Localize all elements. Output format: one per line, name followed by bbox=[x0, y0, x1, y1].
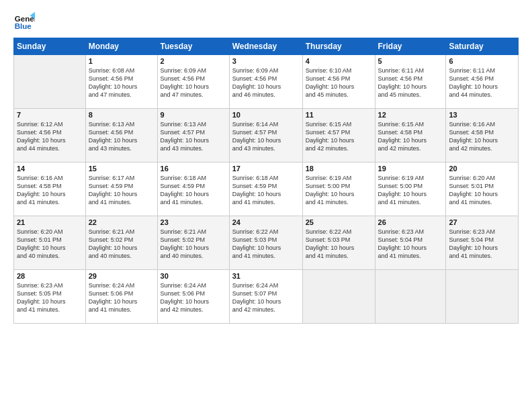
day-info: Sunrise: 6:21 AM Sunset: 5:02 PM Dayligh… bbox=[161, 228, 226, 261]
calendar-cell: 20Sunrise: 6:20 AM Sunset: 5:01 PM Dayli… bbox=[446, 163, 519, 216]
day-info: Sunrise: 6:19 AM Sunset: 5:00 PM Dayligh… bbox=[306, 174, 372, 207]
day-number: 25 bbox=[306, 218, 372, 226]
calendar-cell: 19Sunrise: 6:19 AM Sunset: 5:00 PM Dayli… bbox=[375, 163, 446, 216]
day-number: 5 bbox=[378, 57, 443, 65]
day-info: Sunrise: 6:11 AM Sunset: 4:56 PM Dayligh… bbox=[449, 66, 515, 99]
calendar-week-row: 1Sunrise: 6:08 AM Sunset: 4:56 PM Daylig… bbox=[14, 55, 519, 109]
calendar-week-row: 14Sunrise: 6:16 AM Sunset: 4:58 PM Dayli… bbox=[14, 163, 519, 216]
weekday-header: Wednesday bbox=[229, 38, 302, 55]
calendar-cell: 5Sunrise: 6:11 AM Sunset: 4:56 PM Daylig… bbox=[375, 55, 446, 109]
day-info: Sunrise: 6:14 AM Sunset: 4:57 PM Dayligh… bbox=[232, 120, 300, 153]
day-number: 15 bbox=[89, 165, 154, 173]
calendar-cell: 28Sunrise: 6:23 AM Sunset: 5:05 PM Dayli… bbox=[14, 270, 86, 324]
day-number: 8 bbox=[89, 111, 154, 119]
calendar-cell: 12Sunrise: 6:15 AM Sunset: 4:58 PM Dayli… bbox=[375, 109, 446, 163]
weekday-header-row: SundayMondayTuesdayWednesdayThursdayFrid… bbox=[14, 38, 519, 55]
day-info: Sunrise: 6:13 AM Sunset: 4:57 PM Dayligh… bbox=[161, 120, 226, 153]
calendar-cell: 2Sunrise: 6:09 AM Sunset: 4:56 PM Daylig… bbox=[157, 55, 229, 109]
calendar-cell: 24Sunrise: 6:22 AM Sunset: 5:03 PM Dayli… bbox=[229, 216, 302, 270]
day-info: Sunrise: 6:09 AM Sunset: 4:56 PM Dayligh… bbox=[161, 66, 226, 99]
day-number: 2 bbox=[161, 57, 226, 65]
calendar-cell bbox=[446, 270, 519, 324]
day-info: Sunrise: 6:16 AM Sunset: 4:58 PM Dayligh… bbox=[449, 120, 515, 153]
calendar-cell: 25Sunrise: 6:22 AM Sunset: 5:03 PM Dayli… bbox=[302, 216, 375, 270]
weekday-header: Monday bbox=[85, 38, 157, 55]
day-info: Sunrise: 6:08 AM Sunset: 4:56 PM Dayligh… bbox=[89, 66, 154, 99]
day-info: Sunrise: 6:13 AM Sunset: 4:56 PM Dayligh… bbox=[89, 120, 154, 153]
day-number: 4 bbox=[306, 57, 372, 65]
day-info: Sunrise: 6:12 AM Sunset: 4:56 PM Dayligh… bbox=[17, 120, 83, 153]
header: General Blue bbox=[13, 11, 519, 32]
day-info: Sunrise: 6:19 AM Sunset: 5:00 PM Dayligh… bbox=[378, 174, 443, 207]
calendar-cell: 9Sunrise: 6:13 AM Sunset: 4:57 PM Daylig… bbox=[157, 109, 229, 163]
day-number: 19 bbox=[378, 165, 443, 173]
calendar-week-row: 28Sunrise: 6:23 AM Sunset: 5:05 PM Dayli… bbox=[14, 270, 519, 324]
calendar-cell: 6Sunrise: 6:11 AM Sunset: 4:56 PM Daylig… bbox=[446, 55, 519, 109]
weekday-header: Tuesday bbox=[157, 38, 229, 55]
day-info: Sunrise: 6:20 AM Sunset: 5:01 PM Dayligh… bbox=[17, 228, 83, 261]
day-info: Sunrise: 6:18 AM Sunset: 4:59 PM Dayligh… bbox=[232, 174, 300, 207]
calendar-cell: 14Sunrise: 6:16 AM Sunset: 4:58 PM Dayli… bbox=[14, 163, 86, 216]
calendar-cell: 13Sunrise: 6:16 AM Sunset: 4:58 PM Dayli… bbox=[446, 109, 519, 163]
calendar-cell: 10Sunrise: 6:14 AM Sunset: 4:57 PM Dayli… bbox=[229, 109, 302, 163]
day-info: Sunrise: 6:10 AM Sunset: 4:56 PM Dayligh… bbox=[306, 66, 372, 99]
weekday-header: Saturday bbox=[446, 38, 519, 55]
day-number: 22 bbox=[89, 218, 154, 226]
calendar-cell bbox=[14, 55, 86, 109]
day-number: 16 bbox=[161, 165, 226, 173]
logo-icon: General Blue bbox=[13, 11, 35, 32]
day-info: Sunrise: 6:23 AM Sunset: 5:04 PM Dayligh… bbox=[449, 228, 515, 261]
day-info: Sunrise: 6:17 AM Sunset: 4:59 PM Dayligh… bbox=[89, 174, 154, 207]
calendar-cell: 31Sunrise: 6:24 AM Sunset: 5:07 PM Dayli… bbox=[229, 270, 302, 324]
day-number: 6 bbox=[449, 57, 515, 65]
day-info: Sunrise: 6:16 AM Sunset: 4:58 PM Dayligh… bbox=[17, 174, 83, 207]
calendar-cell: 3Sunrise: 6:09 AM Sunset: 4:56 PM Daylig… bbox=[229, 55, 302, 109]
day-number: 3 bbox=[232, 57, 300, 65]
day-number: 27 bbox=[449, 218, 515, 226]
day-number: 31 bbox=[232, 272, 300, 280]
day-number: 20 bbox=[449, 165, 515, 173]
day-number: 11 bbox=[306, 111, 372, 119]
calendar-cell: 29Sunrise: 6:24 AM Sunset: 5:06 PM Dayli… bbox=[85, 270, 157, 324]
day-info: Sunrise: 6:15 AM Sunset: 4:58 PM Dayligh… bbox=[378, 120, 443, 153]
day-number: 10 bbox=[232, 111, 300, 119]
day-number: 7 bbox=[17, 111, 83, 119]
calendar-week-row: 21Sunrise: 6:20 AM Sunset: 5:01 PM Dayli… bbox=[14, 216, 519, 270]
calendar-cell: 16Sunrise: 6:18 AM Sunset: 4:59 PM Dayli… bbox=[157, 163, 229, 216]
logo: General Blue bbox=[13, 11, 36, 32]
calendar-cell: 4Sunrise: 6:10 AM Sunset: 4:56 PM Daylig… bbox=[302, 55, 375, 109]
calendar-cell: 1Sunrise: 6:08 AM Sunset: 4:56 PM Daylig… bbox=[85, 55, 157, 109]
calendar-table: SundayMondayTuesdayWednesdayThursdayFrid… bbox=[13, 38, 519, 324]
day-info: Sunrise: 6:23 AM Sunset: 5:05 PM Dayligh… bbox=[17, 281, 83, 314]
weekday-header: Sunday bbox=[14, 38, 86, 55]
calendar-cell bbox=[302, 270, 375, 324]
day-info: Sunrise: 6:18 AM Sunset: 4:59 PM Dayligh… bbox=[161, 174, 226, 207]
day-number: 13 bbox=[449, 111, 515, 119]
calendar-cell: 30Sunrise: 6:24 AM Sunset: 5:06 PM Dayli… bbox=[157, 270, 229, 324]
calendar-cell: 8Sunrise: 6:13 AM Sunset: 4:56 PM Daylig… bbox=[85, 109, 157, 163]
day-info: Sunrise: 6:21 AM Sunset: 5:02 PM Dayligh… bbox=[89, 228, 154, 261]
day-info: Sunrise: 6:15 AM Sunset: 4:57 PM Dayligh… bbox=[306, 120, 372, 153]
day-number: 18 bbox=[306, 165, 372, 173]
day-number: 12 bbox=[378, 111, 443, 119]
day-number: 24 bbox=[232, 218, 300, 226]
day-number: 21 bbox=[17, 218, 83, 226]
calendar-cell: 17Sunrise: 6:18 AM Sunset: 4:59 PM Dayli… bbox=[229, 163, 302, 216]
svg-text:Blue: Blue bbox=[15, 22, 32, 30]
day-number: 28 bbox=[17, 272, 83, 280]
day-info: Sunrise: 6:23 AM Sunset: 5:04 PM Dayligh… bbox=[378, 228, 443, 261]
calendar-week-row: 7Sunrise: 6:12 AM Sunset: 4:56 PM Daylig… bbox=[14, 109, 519, 163]
calendar-cell: 23Sunrise: 6:21 AM Sunset: 5:02 PM Dayli… bbox=[157, 216, 229, 270]
day-info: Sunrise: 6:24 AM Sunset: 5:06 PM Dayligh… bbox=[161, 281, 226, 314]
calendar-cell bbox=[375, 270, 446, 324]
day-number: 1 bbox=[89, 57, 154, 65]
day-info: Sunrise: 6:22 AM Sunset: 5:03 PM Dayligh… bbox=[306, 228, 372, 261]
day-info: Sunrise: 6:24 AM Sunset: 5:06 PM Dayligh… bbox=[89, 281, 154, 314]
day-info: Sunrise: 6:11 AM Sunset: 4:56 PM Dayligh… bbox=[378, 66, 443, 99]
weekday-header: Friday bbox=[375, 38, 446, 55]
calendar-cell: 7Sunrise: 6:12 AM Sunset: 4:56 PM Daylig… bbox=[14, 109, 86, 163]
day-info: Sunrise: 6:09 AM Sunset: 4:56 PM Dayligh… bbox=[232, 66, 300, 99]
day-info: Sunrise: 6:22 AM Sunset: 5:03 PM Dayligh… bbox=[232, 228, 300, 261]
day-number: 14 bbox=[17, 165, 83, 173]
calendar-cell: 15Sunrise: 6:17 AM Sunset: 4:59 PM Dayli… bbox=[85, 163, 157, 216]
